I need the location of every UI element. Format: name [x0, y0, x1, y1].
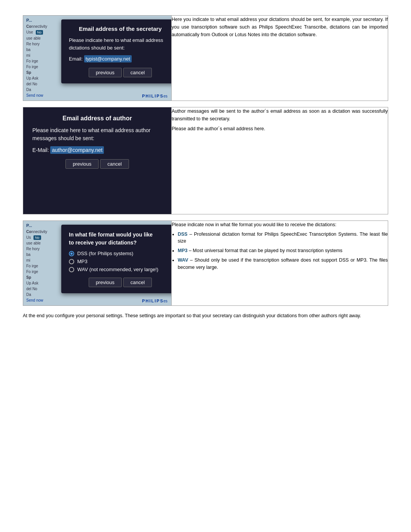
row3-mp3-text: – Most universal format that can be play… — [189, 248, 342, 253]
row1-email-value: typist@company.net — [84, 55, 132, 62]
row1-dialog-title: Email address of the secretary — [69, 26, 172, 32]
row3-cancel-button[interactable]: cancel — [123, 278, 152, 287]
row2-right-cell: Author messages will be sent to the auth… — [172, 107, 388, 214]
row1-left-cell: P... Connectivity Use No use able Re hor… — [23, 16, 172, 101]
row1-right-text: Here you indicate to what email address … — [172, 16, 388, 38]
row3-yes: es — [163, 299, 167, 303]
footer-text: At the end you configure your personal s… — [23, 312, 388, 320]
row1-cancel-button[interactable]: cancel — [123, 68, 152, 77]
row3-radio-wav[interactable]: WAV (not recommended, very large!) — [69, 267, 172, 272]
row3-right-cell: Please indicate now in what file format … — [172, 220, 388, 306]
row1-prev-button[interactable]: previous — [89, 68, 122, 77]
row3-radio-mp3-label: MP3 — [77, 259, 88, 264]
row2-dialog-body: Please indicate here to what email addre… — [32, 126, 162, 142]
row1-dialog: Email address of the secretary Please in… — [61, 19, 172, 83]
row2-dialog: Email address of author Please indicate … — [23, 107, 171, 176]
row3-radio-dss-label: DSS (for Philips systems) — [77, 251, 133, 256]
row2-email-label: E-Mail: — [32, 147, 49, 153]
row1-no-badge: No — [36, 30, 43, 35]
row1-table: P... Connectivity Use No use able Re hor… — [23, 15, 388, 101]
row2-author-section: Email address of author Please indicate … — [23, 107, 171, 214]
row2-left-cell: Email address of author Please indicate … — [23, 107, 172, 214]
row3-radio-dss-circle — [69, 251, 74, 256]
row3-bullet-dss: DSS – Professional dictation format for … — [178, 231, 388, 245]
row1-yes: es — [163, 94, 167, 98]
row1-dialog-body: Please indicate here to what email addre… — [69, 37, 172, 51]
row2-prev-button[interactable]: previous — [65, 159, 99, 169]
row3-mp3-keyword: MP3 — [178, 248, 188, 253]
row3-radio-group: DSS (for Philips systems) MP3 WAV (not r… — [69, 251, 172, 272]
row3-radio-mp3-circle — [69, 259, 74, 264]
row3-bullet-list: DSS – Professional dictation format for … — [172, 231, 388, 271]
row3-table: P... Connectivity Us No use able Re hory… — [23, 220, 388, 306]
row1-philips-logo: PHILIPS — [142, 94, 164, 98]
row2-right-line1: Author messages will be sent to the auth… — [172, 107, 388, 123]
row2-cancel-button[interactable]: cancel — [100, 159, 129, 169]
row3-radio-mp3[interactable]: MP3 — [69, 259, 172, 264]
row2-dialog-title: Email address of author — [32, 115, 162, 122]
row2-email-value: author@company.net — [50, 146, 104, 154]
row3-prev-button[interactable]: previous — [89, 278, 122, 287]
row1-dialog-email: Email: typist@company.net — [69, 55, 172, 62]
row3-bullet-mp3: MP3 – Most universal format that can be … — [178, 247, 388, 254]
row2-table: Email address of author Please indicate … — [23, 107, 388, 214]
row3-philips-logo: PHILIPS — [142, 299, 164, 303]
row3-dialog-buttons: previous cancel — [69, 278, 172, 287]
row3-right-intro: Please indicate now in what file format … — [172, 221, 388, 228]
row2-dialog-buttons: previous cancel — [32, 159, 162, 169]
row3-radio-wav-circle — [69, 267, 74, 272]
row3-wav-text: – Should only be used if the transcripti… — [178, 257, 388, 270]
row3-dss-keyword: DSS — [178, 232, 188, 237]
row3-dss-text: – Professional dictation format for Phil… — [178, 232, 388, 244]
row3-dialog-question: In what file format would you like to re… — [69, 231, 172, 247]
row3-no-badge: No — [33, 235, 41, 240]
row1-dialog-buttons: previous cancel — [69, 68, 172, 77]
row3-left-cell: P... Connectivity Us No use able Re hory… — [23, 220, 172, 306]
row1-right-cell: Here you indicate to what email address … — [172, 16, 388, 101]
row3-wav-keyword: WAV — [178, 257, 188, 263]
row3-dialog: In what file format would you like to re… — [61, 225, 172, 293]
row3-radio-dss[interactable]: DSS (for Philips systems) — [69, 251, 172, 256]
row2-right-line2: Please add the author´s email address he… — [172, 125, 388, 133]
row1-email-label: Email: — [69, 56, 83, 62]
row2-dialog-email: E-Mail: author@company.net — [32, 146, 162, 154]
row3-bullet-wav: WAV – Should only be used if the transcr… — [178, 257, 388, 271]
row3-radio-wav-label: WAV (not recommended, very large!) — [77, 267, 158, 272]
